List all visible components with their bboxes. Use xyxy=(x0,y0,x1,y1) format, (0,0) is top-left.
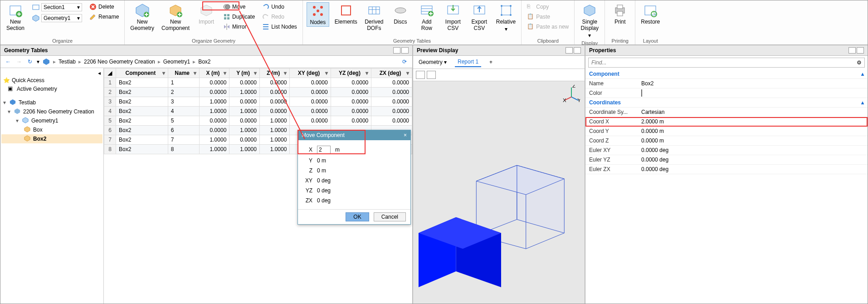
single-display-button[interactable]: Single Display▾ xyxy=(578,2,601,39)
table-row[interactable]: 4Box241.00001.00000.00000.00000.00000.00… xyxy=(104,107,412,116)
redo-button[interactable]: Redo xyxy=(260,12,299,21)
col-y[interactable]: Y (m)▾ xyxy=(229,69,260,78)
crumb-testlab[interactable]: Testlab xyxy=(59,59,76,65)
properties-search[interactable]: ⚙ xyxy=(588,58,865,68)
section-dropdown[interactable]: Section1▾ xyxy=(30,2,84,12)
prop-coordz[interactable]: Coord Z0.0000 m xyxy=(585,136,868,146)
tree-project[interactable]: ▾2206 Neo Geometry Creation xyxy=(1,107,102,116)
copy-button[interactable]: ⎘Copy xyxy=(525,2,571,11)
delete-button[interactable]: Delete xyxy=(88,2,121,11)
viewport-tool-1[interactable] xyxy=(416,71,425,79)
layout-icon[interactable] xyxy=(857,47,864,54)
svg-rect-30 xyxy=(502,6,511,15)
rename-button[interactable]: Rename xyxy=(88,12,121,21)
viewport-tool-2[interactable] xyxy=(427,71,436,79)
prop-color[interactable]: Color xyxy=(585,88,868,98)
viewport-3d[interactable]: Z Y X xyxy=(413,81,585,304)
add-row-button[interactable]: Add Row xyxy=(415,2,438,32)
table-row[interactable]: 3Box231.00000.00000.00000.00000.00000.00… xyxy=(104,97,412,107)
new-section-button[interactable]: New Section xyxy=(4,2,27,32)
tree-active-geometry[interactable]: ▣Active Geometry xyxy=(1,84,102,93)
ribbon-group-title: Layout xyxy=(639,37,662,44)
prop-section-coordinates[interactable]: Coordinates▴ xyxy=(585,98,868,108)
discs-button[interactable]: Discs xyxy=(389,2,412,26)
tree: ◂ ⭐Quick Access ▣Active Geometry ▾Testla… xyxy=(0,68,104,304)
elements-button[interactable]: Elements xyxy=(333,2,359,26)
list-nodes-button[interactable]: List Nodes xyxy=(260,22,299,31)
dlg-input-x[interactable] xyxy=(317,146,331,154)
paste-button[interactable]: 📋Paste xyxy=(525,12,571,21)
import-button[interactable]: Import xyxy=(195,2,218,26)
tree-box2[interactable]: Box2 xyxy=(1,134,102,143)
properties-search-input[interactable] xyxy=(589,58,854,67)
duplicate-icon xyxy=(223,13,230,20)
table-row[interactable]: 5Box250.00000.00001.00000.00000.00000.00… xyxy=(104,116,412,126)
prop-euleryz[interactable]: Euler YZ0.0000 deg xyxy=(585,155,868,165)
cancel-button[interactable]: Cancel xyxy=(374,212,406,221)
col-xy[interactable]: XY (deg)▾ xyxy=(290,69,331,78)
col-zx[interactable]: ZX (deg)▾ xyxy=(371,69,412,78)
nav-back[interactable]: ← xyxy=(4,58,12,66)
prop-eulerzx[interactable]: Euler ZX0.0000 deg xyxy=(585,165,868,174)
duplicate-button[interactable]: Duplicate xyxy=(221,12,257,21)
dlg-row-x: Xm xyxy=(303,144,405,156)
prop-coordsys[interactable]: Coordinate Sy...Cartesian xyxy=(585,108,868,117)
layout-icon[interactable] xyxy=(566,47,573,54)
undo-button[interactable]: Undo xyxy=(260,2,299,11)
crumb-project[interactable]: 2206 Neo Geometry Creation xyxy=(84,59,155,65)
table-row[interactable]: 2Box220.00001.00000.00000.00000.00000.00… xyxy=(104,88,412,97)
import-csv-button[interactable]: Import CSV xyxy=(442,2,464,32)
col-x[interactable]: X (m)▾ xyxy=(199,69,229,78)
nav-home-icon[interactable] xyxy=(42,58,50,66)
prop-coordx[interactable]: Coord X2.0000 m xyxy=(585,117,868,127)
col-z[interactable]: Z (m)▾ xyxy=(259,69,290,78)
prop-coordy[interactable]: Coord Y0.0000 m xyxy=(585,127,868,136)
preview-tabs: Geometry ▾ Report 1 + xyxy=(413,56,585,69)
tree-testlab[interactable]: ▾Testlab xyxy=(1,98,102,107)
layout-icon[interactable] xyxy=(574,47,581,54)
prop-name[interactable]: NameBox2 xyxy=(585,79,868,88)
export-csv-button[interactable]: Export CSV xyxy=(468,2,491,32)
restore-button[interactable]: Restore xyxy=(639,2,662,26)
tab-add[interactable]: + xyxy=(487,58,495,67)
close-icon[interactable]: × xyxy=(404,132,407,138)
tab-report1[interactable]: Report 1 xyxy=(455,57,481,67)
dialog-titlebar[interactable]: Move Component × xyxy=(298,130,410,140)
relative-button[interactable]: Relative▾ xyxy=(494,2,517,33)
geom-icon xyxy=(22,117,29,124)
paste-as-new-button[interactable]: 📋Paste as new xyxy=(525,22,571,31)
reload-button[interactable]: ⟳ xyxy=(400,58,409,66)
tab-geometry[interactable]: Geometry ▾ xyxy=(416,58,449,67)
table-row[interactable]: 1Box210.00000.00000.00000.00000.00000.00… xyxy=(104,78,412,88)
tree-box[interactable]: Box xyxy=(1,125,102,134)
corner-cell[interactable]: ◢ xyxy=(104,69,116,78)
crumb-geometry[interactable]: Geometry1 xyxy=(163,59,190,65)
ribbon-group-organize: New Section Section1▾ Geometry1▾ Delete … xyxy=(0,0,125,44)
collapse-tree[interactable]: ◂ xyxy=(1,70,102,76)
print-button[interactable]: Print xyxy=(609,2,631,26)
col-yz[interactable]: YZ (deg)▾ xyxy=(331,69,371,78)
mirror-button[interactable]: Mirror xyxy=(221,22,257,31)
nav-refresh[interactable]: ↻ xyxy=(26,58,34,66)
nav-forward[interactable]: → xyxy=(15,58,23,66)
nodes-button[interactable]: Nodes xyxy=(307,2,329,27)
prop-eulerxy[interactable]: Euler XY0.0000 deg xyxy=(585,146,868,155)
col-name[interactable]: Name▾ xyxy=(168,69,199,78)
new-geometry-button[interactable]: New Geometry xyxy=(128,2,156,32)
tree-quick-access[interactable]: ⭐Quick Access xyxy=(1,76,102,84)
new-component-button[interactable]: New Component xyxy=(160,2,191,32)
derived-dofs-button[interactable]: Derived DOFs xyxy=(363,2,385,32)
tree-geometry1[interactable]: ▾Geometry1 xyxy=(1,116,102,125)
move-component-dialog[interactable]: Move Component × Xm Y0 m Z0 m XY0 deg YZ… xyxy=(297,130,411,225)
move-button[interactable]: Move xyxy=(221,2,257,11)
geometry-dropdown[interactable]: Geometry1▾ xyxy=(30,13,84,23)
layout-icon[interactable] xyxy=(848,47,856,54)
ok-button[interactable]: OK xyxy=(346,212,369,221)
layout-icon[interactable] xyxy=(393,47,400,54)
prop-section-component[interactable]: Component▴ xyxy=(585,69,868,79)
layout-icon[interactable] xyxy=(401,47,409,54)
crumb-component[interactable]: Box2 xyxy=(198,59,210,65)
gear-icon[interactable]: ⚙ xyxy=(854,58,864,67)
color-swatch[interactable] xyxy=(641,89,642,97)
col-component[interactable]: Component▾ xyxy=(116,69,168,78)
